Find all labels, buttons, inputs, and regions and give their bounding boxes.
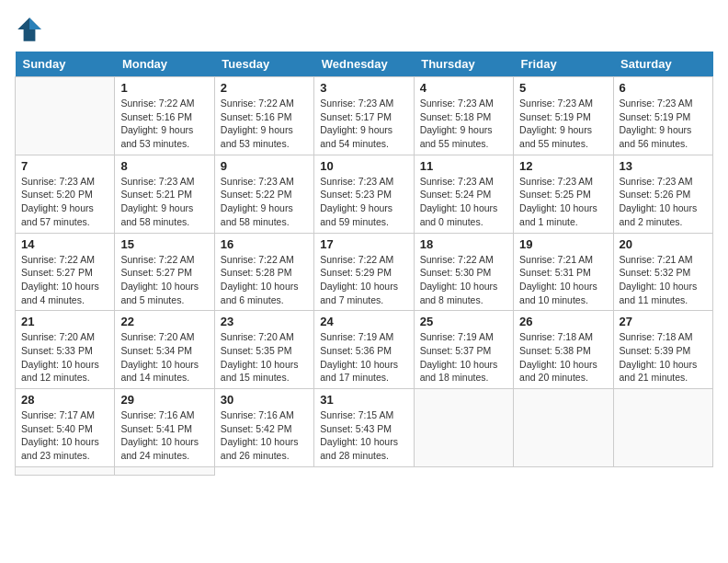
day-info: Sunrise: 7:23 AMSunset: 5:25 PMDaylight:…: [519, 175, 607, 229]
calendar-empty-cell: [514, 389, 613, 467]
calendar-day-1: 1Sunrise: 7:22 AMSunset: 5:16 PMDaylight…: [115, 77, 214, 155]
day-number: 1: [120, 81, 208, 95]
day-number: 12: [519, 159, 607, 173]
day-info: Sunrise: 7:23 AMSunset: 5:26 PMDaylight:…: [620, 175, 707, 229]
day-info: Sunrise: 7:15 AMSunset: 5:43 PMDaylight:…: [320, 408, 407, 463]
day-number: 10: [320, 159, 407, 173]
day-number: 4: [420, 81, 507, 95]
calendar-day-4: 4Sunrise: 7:23 AMSunset: 5:18 PMDaylight…: [414, 77, 513, 155]
weekday-header-thursday: Thursday: [414, 52, 513, 77]
weekday-header-tuesday: Tuesday: [214, 52, 313, 77]
day-number: 31: [320, 393, 407, 407]
day-number: 7: [21, 159, 108, 173]
day-info: Sunrise: 7:17 AMSunset: 5:40 PMDaylight:…: [21, 408, 108, 463]
day-number: 23: [221, 315, 308, 328]
day-number: 13: [620, 159, 707, 173]
calendar-day-10: 10Sunrise: 7:23 AMSunset: 5:23 PMDayligh…: [314, 155, 414, 233]
day-info: Sunrise: 7:23 AMSunset: 5:22 PMDaylight:…: [221, 175, 308, 229]
day-info: Sunrise: 7:18 AMSunset: 5:38 PMDaylight:…: [519, 330, 607, 385]
calendar-day-16: 16Sunrise: 7:22 AMSunset: 5:28 PMDayligh…: [214, 233, 313, 311]
day-info: Sunrise: 7:23 AMSunset: 5:23 PMDaylight:…: [320, 175, 407, 229]
day-info: Sunrise: 7:23 AMSunset: 5:20 PMDaylight:…: [21, 175, 108, 229]
calendar-day-12: 12Sunrise: 7:23 AMSunset: 5:25 PMDayligh…: [514, 155, 613, 233]
day-number: 20: [620, 237, 707, 251]
calendar-empty-cell: [613, 389, 712, 467]
calendar-day-11: 11Sunrise: 7:23 AMSunset: 5:24 PMDayligh…: [414, 155, 513, 233]
weekday-header-row: SundayMondayTuesdayWednesdayThursdayFrid…: [16, 52, 713, 77]
day-info: Sunrise: 7:19 AMSunset: 5:36 PMDaylight:…: [320, 330, 407, 385]
weekday-header-saturday: Saturday: [613, 52, 712, 77]
weekday-header-friday: Friday: [514, 52, 613, 77]
calendar-day-24: 24Sunrise: 7:19 AMSunset: 5:36 PMDayligh…: [314, 311, 414, 389]
calendar-empty-cell: [16, 77, 115, 155]
calendar-day-18: 18Sunrise: 7:22 AMSunset: 5:30 PMDayligh…: [414, 233, 513, 311]
day-number: 3: [320, 81, 407, 95]
day-info: Sunrise: 7:19 AMSunset: 5:37 PMDaylight:…: [420, 330, 507, 385]
day-number: 28: [21, 393, 108, 407]
day-info: Sunrise: 7:20 AMSunset: 5:33 PMDaylight:…: [21, 330, 108, 385]
day-number: 30: [221, 393, 308, 407]
calendar-day-23: 23Sunrise: 7:20 AMSunset: 5:35 PMDayligh…: [214, 311, 313, 389]
calendar-day-25: 25Sunrise: 7:19 AMSunset: 5:37 PMDayligh…: [414, 311, 513, 389]
day-info: Sunrise: 7:16 AMSunset: 5:42 PMDaylight:…: [221, 408, 308, 463]
calendar-day-3: 3Sunrise: 7:23 AMSunset: 5:17 PMDaylight…: [314, 77, 414, 155]
day-number: 15: [120, 237, 208, 251]
day-number: 2: [221, 81, 308, 95]
day-info: Sunrise: 7:23 AMSunset: 5:18 PMDaylight:…: [420, 97, 507, 151]
calendar-day-6: 6Sunrise: 7:23 AMSunset: 5:19 PMDaylight…: [613, 77, 712, 155]
calendar-week-row: 7Sunrise: 7:23 AMSunset: 5:20 PMDaylight…: [16, 155, 713, 233]
calendar-empty-cell: [115, 466, 214, 475]
calendar-empty-cell: [16, 466, 115, 475]
logo: [15, 15, 48, 44]
calendar-day-22: 22Sunrise: 7:20 AMSunset: 5:34 PMDayligh…: [115, 311, 214, 389]
day-number: 5: [519, 81, 607, 95]
day-info: Sunrise: 7:23 AMSunset: 5:19 PMDaylight:…: [620, 97, 707, 151]
logo-icon: [15, 15, 44, 44]
calendar-week-row: [16, 466, 713, 475]
day-number: 19: [519, 237, 607, 251]
day-number: 27: [620, 315, 707, 328]
day-info: Sunrise: 7:22 AMSunset: 5:28 PMDaylight:…: [221, 253, 308, 307]
day-info: Sunrise: 7:22 AMSunset: 5:16 PMDaylight:…: [120, 97, 208, 151]
day-number: 11: [420, 159, 507, 173]
day-number: 18: [420, 237, 507, 251]
calendar-day-2: 2Sunrise: 7:22 AMSunset: 5:16 PMDaylight…: [214, 77, 313, 155]
svg-marker-1: [29, 17, 41, 29]
calendar-day-9: 9Sunrise: 7:23 AMSunset: 5:22 PMDaylight…: [214, 155, 313, 233]
day-number: 16: [221, 237, 308, 251]
day-info: Sunrise: 7:22 AMSunset: 5:30 PMDaylight:…: [420, 253, 507, 307]
calendar-day-14: 14Sunrise: 7:22 AMSunset: 5:27 PMDayligh…: [16, 233, 115, 311]
calendar-day-20: 20Sunrise: 7:21 AMSunset: 5:32 PMDayligh…: [613, 233, 712, 311]
day-number: 25: [420, 315, 507, 328]
page-header: [15, 15, 713, 44]
calendar-day-21: 21Sunrise: 7:20 AMSunset: 5:33 PMDayligh…: [16, 311, 115, 389]
day-info: Sunrise: 7:20 AMSunset: 5:35 PMDaylight:…: [221, 330, 308, 385]
day-info: Sunrise: 7:21 AMSunset: 5:32 PMDaylight:…: [620, 253, 707, 307]
day-number: 24: [320, 315, 407, 328]
calendar-table: SundayMondayTuesdayWednesdayThursdayFrid…: [15, 52, 713, 476]
calendar-day-13: 13Sunrise: 7:23 AMSunset: 5:26 PMDayligh…: [613, 155, 712, 233]
calendar-week-row: 28Sunrise: 7:17 AMSunset: 5:40 PMDayligh…: [16, 389, 713, 467]
day-number: 22: [120, 315, 208, 328]
calendar-day-8: 8Sunrise: 7:23 AMSunset: 5:21 PMDaylight…: [115, 155, 214, 233]
day-info: Sunrise: 7:23 AMSunset: 5:21 PMDaylight:…: [120, 175, 208, 229]
day-info: Sunrise: 7:22 AMSunset: 5:16 PMDaylight:…: [221, 97, 308, 151]
calendar-day-30: 30Sunrise: 7:16 AMSunset: 5:42 PMDayligh…: [214, 389, 313, 467]
calendar-day-26: 26Sunrise: 7:18 AMSunset: 5:38 PMDayligh…: [514, 311, 613, 389]
day-number: 26: [519, 315, 607, 328]
calendar-day-5: 5Sunrise: 7:23 AMSunset: 5:19 PMDaylight…: [514, 77, 613, 155]
calendar-week-row: 14Sunrise: 7:22 AMSunset: 5:27 PMDayligh…: [16, 233, 713, 311]
calendar-day-17: 17Sunrise: 7:22 AMSunset: 5:29 PMDayligh…: [314, 233, 414, 311]
calendar-day-28: 28Sunrise: 7:17 AMSunset: 5:40 PMDayligh…: [16, 389, 115, 467]
day-info: Sunrise: 7:22 AMSunset: 5:27 PMDaylight:…: [21, 253, 108, 307]
calendar-day-31: 31Sunrise: 7:15 AMSunset: 5:43 PMDayligh…: [314, 389, 414, 467]
day-info: Sunrise: 7:21 AMSunset: 5:31 PMDaylight:…: [519, 253, 607, 307]
day-number: 17: [320, 237, 407, 251]
calendar-day-19: 19Sunrise: 7:21 AMSunset: 5:31 PMDayligh…: [514, 233, 613, 311]
day-number: 9: [221, 159, 308, 173]
day-info: Sunrise: 7:23 AMSunset: 5:17 PMDaylight:…: [320, 97, 407, 151]
day-info: Sunrise: 7:23 AMSunset: 5:19 PMDaylight:…: [519, 97, 607, 151]
day-info: Sunrise: 7:20 AMSunset: 5:34 PMDaylight:…: [120, 330, 208, 385]
day-number: 8: [120, 159, 208, 173]
calendar-day-29: 29Sunrise: 7:16 AMSunset: 5:41 PMDayligh…: [115, 389, 214, 467]
